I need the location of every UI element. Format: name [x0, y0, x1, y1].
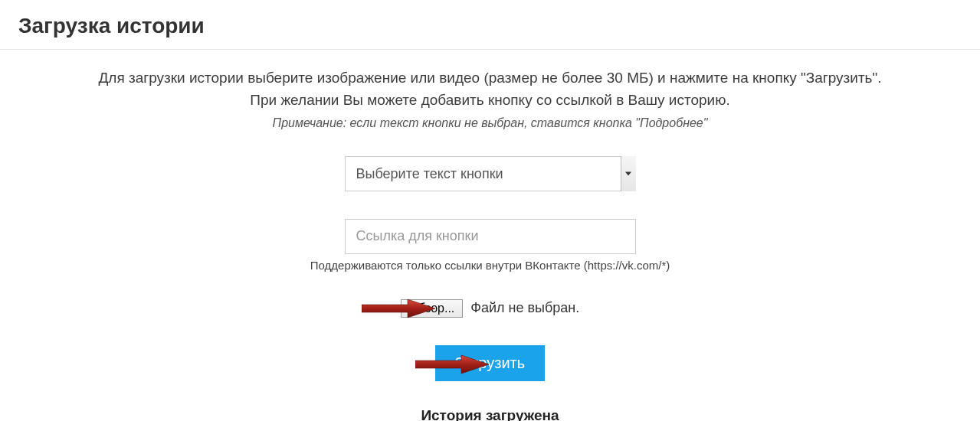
browse-button[interactable]: Обзор... [401, 299, 464, 318]
button-text-select-wrap: Выберите текст кнопки [345, 156, 636, 191]
file-status-text: Файл не выбран. [470, 300, 579, 316]
link-input-wrap [31, 191, 949, 254]
button-text-select[interactable]: Выберите текст кнопки [345, 156, 636, 191]
upload-row: Загрузить [31, 345, 949, 381]
intro-line-2: При желании Вы можете добавить кнопку со… [31, 89, 949, 111]
page-title: Загрузка истории [18, 14, 962, 38]
page-header: Загрузка истории [0, 0, 980, 50]
intro-line-1: Для загрузки истории выберите изображени… [31, 67, 949, 89]
intro-note: Примечание: если текст кнопки не выбран,… [31, 116, 949, 130]
upload-status-message: История загружена [31, 407, 949, 421]
file-chooser-row: Обзор... Файл не выбран. [31, 299, 949, 318]
content: Для загрузки истории выберите изображени… [0, 50, 980, 421]
upload-button[interactable]: Загрузить [435, 345, 545, 381]
button-link-input[interactable] [345, 219, 636, 254]
link-support-note: Поддерживаются только ссылки внутри ВКон… [31, 259, 949, 272]
